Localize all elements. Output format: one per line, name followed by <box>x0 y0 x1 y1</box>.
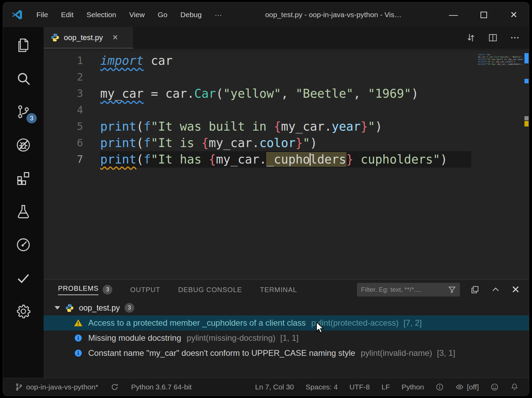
problem-row[interactable]: Access to a protected member _cupholders… <box>44 315 529 330</box>
tab-label: oop_test.py <box>64 33 103 42</box>
status-indentation[interactable]: Spaces: 4 <box>306 383 338 391</box>
more-actions-icon[interactable] <box>510 33 520 43</box>
code-row: 7print(f"It has {my_car._cupholders} cup… <box>44 151 529 168</box>
status-python-interpreter[interactable]: Python 3.6.7 64-bit <box>131 383 192 391</box>
menu-item-view[interactable]: View <box>123 8 151 22</box>
problems-list: oop_test.py 3 Access to a protected memb… <box>44 300 529 378</box>
activity-explorer[interactable] <box>3 29 44 62</box>
status-feedback[interactable] <box>490 383 499 391</box>
status-notifications[interactable] <box>510 383 519 391</box>
code-editor[interactable]: 1import car23my_car = car.Car("yellow", … <box>44 48 529 279</box>
close-icon: ✕ <box>510 10 518 20</box>
panel-chevron-up-icon[interactable] <box>491 285 500 294</box>
code-token: } <box>296 136 303 150</box>
minimap-token: cupholders" <box>522 63 523 65</box>
code-token: ( <box>216 87 223 100</box>
problem-row[interactable]: Missing module docstringpylint(missing-d… <box>44 330 529 346</box>
maximize-panel-icon[interactable] <box>470 285 480 294</box>
code-token: my_car <box>100 87 143 100</box>
code-line-text[interactable]: print(f"It was built in {my_car.year}") <box>100 118 471 135</box>
status-git-branch[interactable]: oop-in-java-vs-python* <box>15 383 98 391</box>
menu-item-debug[interactable]: Debug <box>174 8 208 22</box>
minimap-token: import <box>478 53 486 56</box>
code-token: . <box>324 120 332 133</box>
menu-item-edit[interactable]: Edit <box>55 8 80 22</box>
line-number[interactable]: 6 <box>44 135 100 151</box>
status-python-info[interactable] <box>436 383 444 391</box>
activity-search[interactable] <box>3 62 44 96</box>
activity-run-gauge[interactable] <box>3 229 44 262</box>
line-number[interactable]: 7 <box>44 151 100 168</box>
code-token: . <box>259 153 267 166</box>
search-icon <box>15 71 31 88</box>
vscode-logo-icon <box>11 9 23 21</box>
code-token: ( <box>136 136 143 150</box>
overview-mark-highlight <box>524 116 529 120</box>
problem-row[interactable]: Constant name "my_car" doesn't conform t… <box>44 346 529 361</box>
panel-tab-debug-console[interactable]: DEBUG CONSOLE <box>178 286 242 294</box>
titlebar: FileEditSelectionViewGoDebug··· oop_test… <box>3 2 529 27</box>
code-token: ( <box>136 153 143 166</box>
panel-tab-problems[interactable]: PROBLEMS3 <box>58 285 112 295</box>
minimap[interactable]: import carmy_car = car.Car("yellow", "Be… <box>478 48 523 279</box>
tab-oop-test-py[interactable]: oop_test.py × <box>44 27 134 48</box>
menu-item-selection[interactable]: Selection <box>80 8 123 22</box>
code-token: "It has <box>151 153 209 166</box>
line-number[interactable]: 3 <box>44 85 100 102</box>
code-token: { <box>201 136 209 150</box>
menu-item-more[interactable]: ··· <box>208 8 228 22</box>
code-line-text[interactable]: import car <box>100 52 471 69</box>
line-number[interactable]: 5 <box>44 118 100 135</box>
activity-extensions[interactable] <box>3 162 44 195</box>
status-language-mode[interactable]: Python <box>402 383 424 391</box>
line-number[interactable]: 4 <box>44 102 100 118</box>
twistie-expanded-icon[interactable] <box>55 306 60 310</box>
open-changes-icon[interactable] <box>466 33 476 43</box>
code-line-text[interactable] <box>100 69 471 85</box>
minimize-button[interactable]: — <box>438 2 469 27</box>
code-line-text[interactable]: my_car = car.Car("yellow", "Beetle", "19… <box>100 85 471 102</box>
status-label: oop-in-java-vs-python* <box>26 383 98 391</box>
code-line-text[interactable] <box>100 102 471 118</box>
menu-item-go[interactable]: Go <box>151 8 174 22</box>
filter-icon[interactable] <box>448 285 456 296</box>
code-line-text[interactable]: print(f"It is {my_car.color}") <box>100 135 471 151</box>
code-token: car <box>165 87 187 100</box>
status-eol[interactable]: LF <box>381 383 390 391</box>
menu-bar: FileEditSelectionViewGoDebug··· <box>30 8 228 22</box>
branch-icon <box>15 383 23 391</box>
code-line-text[interactable]: print(f"It has {my_car._cupholders} cuph… <box>100 151 471 168</box>
minimap-token: my_car <box>478 56 486 58</box>
split-editor-icon[interactable] <box>488 33 498 43</box>
editor-actions <box>466 27 529 48</box>
status-cursor-position[interactable]: Ln 7, Col 30 <box>255 383 294 391</box>
activity-debug-disabled[interactable] <box>3 129 44 162</box>
menu-item-file[interactable]: File <box>30 8 55 22</box>
activity-test-explorer[interactable] <box>3 195 44 229</box>
minimap-token: ) <box>514 60 516 63</box>
close-button[interactable]: ✕ <box>499 2 529 27</box>
problems-file-group[interactable]: oop_test.py 3 <box>44 300 529 315</box>
filter-input[interactable] <box>357 283 460 297</box>
code-row: 4 <box>44 102 529 118</box>
activity-settings[interactable] <box>3 295 44 328</box>
minimize-icon: — <box>449 10 458 20</box>
line-number[interactable]: 1 <box>44 52 100 69</box>
minimap-token: "yellow" <box>499 56 509 58</box>
panel-tab-output[interactable]: OUTPUT <box>130 286 160 294</box>
line-number[interactable]: 2 <box>44 69 100 85</box>
tab-close-icon[interactable]: × <box>113 33 118 42</box>
maximize-button[interactable] <box>469 2 499 27</box>
run-gauge-icon <box>15 237 31 254</box>
status-sync[interactable] <box>111 383 119 391</box>
panel-close-icon[interactable]: ✕ <box>511 285 520 295</box>
panel-tab-terminal[interactable]: TERMINAL <box>260 286 297 294</box>
activity-source-control[interactable]: 3 <box>3 96 44 129</box>
mouse-pointer <box>313 321 326 334</box>
status-encoding[interactable]: UTF-8 <box>349 383 370 391</box>
code-row: 1import car <box>44 52 529 69</box>
code-token: ) <box>375 120 382 133</box>
status-coverage[interactable]: [off] <box>455 383 479 391</box>
status-label: Ln 7, Col 30 <box>255 383 294 391</box>
activity-tasks-check[interactable] <box>3 262 44 295</box>
